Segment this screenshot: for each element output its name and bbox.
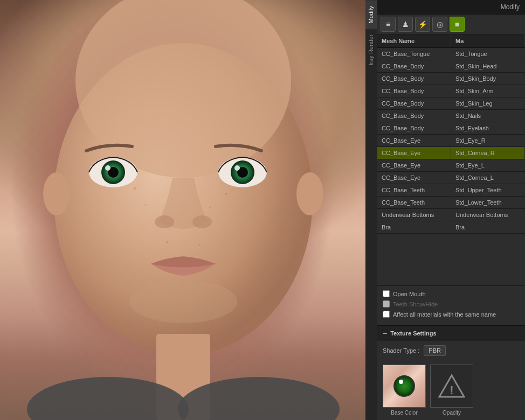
table-row[interactable]: CC_Base_BodyStd_Eyelash bbox=[377, 122, 525, 135]
right-panel: Modify ≡ ♟ ⚡ ◎ ■ Mesh Name Ma CC_Base_To… bbox=[377, 0, 525, 420]
material-name-cell: Underwear Bottoms bbox=[451, 209, 525, 221]
material-name-cell: Std_Cornea_R bbox=[451, 147, 525, 159]
mesh-name-cell: CC_Base_Body bbox=[377, 122, 451, 134]
collapse-button[interactable]: − bbox=[383, 329, 387, 338]
mesh-name-header: Mesh Name bbox=[377, 34, 451, 47]
options-area: Open Mouth Teeth Show/Hide Affect all ma… bbox=[377, 285, 525, 325]
table-row[interactable]: CC_Base_BodyStd_Skin_Body bbox=[377, 73, 525, 85]
material-name-cell: Std_Upper_Teeth bbox=[451, 184, 525, 196]
svg-point-10 bbox=[155, 215, 174, 228]
table-row[interactable]: CC_Base_EyeStd_Eye_R bbox=[377, 135, 525, 147]
opacity-thumb-container: ! Opacity bbox=[430, 365, 473, 416]
tab-iray-render[interactable]: Iray Render bbox=[365, 29, 377, 71]
texture-thumbnails: Base Color ! Opacity bbox=[377, 360, 525, 420]
svg-point-14 bbox=[296, 172, 323, 215]
teeth-show-option: Teeth Show/Hide bbox=[383, 300, 520, 307]
texture-settings-panel: − Texture Settings Shader Type : PBR Bas… bbox=[377, 325, 525, 420]
affect-all-option: Affect all materials with the same name bbox=[383, 311, 520, 318]
table-row[interactable]: CC_Base_TeethStd_Lower_Teeth bbox=[377, 197, 525, 209]
shader-row: Shader Type : PBR bbox=[377, 341, 525, 360]
svg-point-15 bbox=[134, 187, 136, 190]
svg-point-12 bbox=[129, 280, 237, 323]
material-header: Ma bbox=[451, 34, 525, 47]
svg-point-17 bbox=[225, 193, 227, 195]
mesh-name-cell: CC_Base_Body bbox=[377, 110, 451, 122]
figure-button[interactable]: ♟ bbox=[398, 17, 413, 32]
mesh-name-cell: CC_Base_Teeth bbox=[377, 184, 451, 196]
table-row[interactable]: CC_Base_EyeStd_Cornea_L bbox=[377, 172, 525, 184]
mesh-name-cell: CC_Base_Tongue bbox=[377, 48, 451, 60]
shader-type-value[interactable]: PBR bbox=[424, 345, 446, 356]
table-row[interactable]: CC_Base_BodyStd_Skin_Arm bbox=[377, 85, 525, 97]
svg-point-16 bbox=[145, 204, 147, 206]
material-name-cell: Std_Eye_R bbox=[451, 135, 525, 146]
material-button[interactable]: ■ bbox=[450, 17, 465, 32]
toolbar: ≡ ♟ ⚡ ◎ ■ bbox=[377, 15, 525, 34]
face-icon: ◎ bbox=[437, 20, 443, 29]
mesh-name-cell: Underwear Bottoms bbox=[377, 209, 451, 221]
texture-settings-header: − Texture Settings bbox=[377, 326, 525, 341]
mesh-name-cell: CC_Base_Body bbox=[377, 73, 451, 85]
face-button[interactable]: ◎ bbox=[432, 17, 447, 32]
opacity-thumbnail[interactable]: ! bbox=[430, 365, 473, 408]
table-row[interactable]: CC_Base_BodyStd_Nails bbox=[377, 110, 525, 122]
table-row[interactable]: CC_Base_TeethStd_Upper_Teeth bbox=[377, 184, 525, 197]
open-mouth-option: Open Mouth bbox=[383, 290, 520, 297]
teeth-show-label: Teeth Show/Hide bbox=[393, 301, 438, 307]
svg-text:!: ! bbox=[450, 383, 453, 397]
warning-icon: ! bbox=[438, 373, 465, 400]
3d-viewport[interactable] bbox=[0, 0, 377, 420]
svg-point-5 bbox=[105, 165, 110, 171]
open-mouth-checkbox[interactable] bbox=[383, 290, 390, 297]
svg-point-11 bbox=[192, 215, 212, 228]
mesh-name-cell: CC_Base_Body bbox=[377, 85, 451, 97]
table-row[interactable]: CC_Base_BodyStd_Skin_Head bbox=[377, 60, 525, 73]
material-name-cell: Std_Skin_Arm bbox=[451, 85, 525, 97]
svg-point-19 bbox=[166, 241, 168, 243]
open-mouth-label: Open Mouth bbox=[393, 291, 426, 297]
eye-preview bbox=[393, 375, 415, 397]
svg-point-20 bbox=[199, 244, 201, 246]
table-row[interactable]: CC_Base_EyeStd_Eye_L bbox=[377, 159, 525, 172]
tab-modify[interactable]: Modify bbox=[365, 0, 377, 29]
material-name-cell: Bra bbox=[451, 221, 525, 233]
material-name-cell: Std_Skin_Body bbox=[451, 73, 525, 85]
material-name-cell: Std_Skin_Leg bbox=[451, 97, 525, 109]
base-color-thumbnail[interactable] bbox=[383, 365, 426, 408]
svg-point-18 bbox=[210, 207, 211, 208]
mesh-name-cell: CC_Base_Eye bbox=[377, 172, 451, 184]
table-row[interactable]: CC_Base_BodyStd_Skin_Leg bbox=[377, 97, 525, 110]
sliders-icon: ≡ bbox=[386, 20, 390, 29]
figure-icon: ♟ bbox=[402, 20, 409, 29]
table-row[interactable]: BraBra bbox=[377, 221, 525, 234]
mesh-name-cell: CC_Base_Eye bbox=[377, 135, 451, 146]
title-bar: Modify bbox=[377, 0, 525, 15]
material-icon: ■ bbox=[455, 20, 459, 29]
eye-highlight bbox=[399, 380, 403, 384]
table-row[interactable]: Underwear BottomsUnderwear Bottoms bbox=[377, 209, 525, 221]
face-svg bbox=[0, 0, 377, 420]
mesh-table[interactable]: CC_Base_TongueStd_TongueCC_Base_BodyStd_… bbox=[377, 48, 525, 285]
mesh-name-cell: Bra bbox=[377, 221, 451, 233]
mesh-name-cell: CC_Base_Eye bbox=[377, 159, 451, 171]
affect-all-checkbox[interactable] bbox=[383, 311, 390, 318]
base-color-label: Base Color bbox=[391, 410, 417, 416]
side-tabs-panel: Modify Iray Render bbox=[365, 0, 377, 420]
affect-all-label: Affect all materials with the same name bbox=[393, 311, 496, 318]
base-color-thumb-container: Base Color bbox=[383, 365, 426, 416]
mesh-name-cell: CC_Base_Teeth bbox=[377, 197, 451, 208]
material-name-cell: Std_Eye_L bbox=[451, 159, 525, 171]
pose-button[interactable]: ⚡ bbox=[415, 17, 430, 32]
teeth-show-checkbox[interactable] bbox=[383, 300, 390, 307]
material-name-cell: Std_Tongue bbox=[451, 48, 525, 60]
shader-type-label: Shader Type : bbox=[383, 347, 419, 354]
material-name-cell: Std_Skin_Head bbox=[451, 60, 525, 72]
material-name-cell: Std_Nails bbox=[451, 110, 525, 122]
opacity-label: Opacity bbox=[443, 410, 461, 416]
sliders-button[interactable]: ≡ bbox=[381, 17, 396, 32]
table-row[interactable]: CC_Base_TongueStd_Tongue bbox=[377, 48, 525, 60]
mesh-name-cell: CC_Base_Body bbox=[377, 60, 451, 72]
texture-settings-label: Texture Settings bbox=[390, 330, 436, 337]
mesh-name-cell: CC_Base_Eye bbox=[377, 147, 451, 159]
table-row[interactable]: CC_Base_EyeStd_Cornea_R bbox=[377, 147, 525, 159]
